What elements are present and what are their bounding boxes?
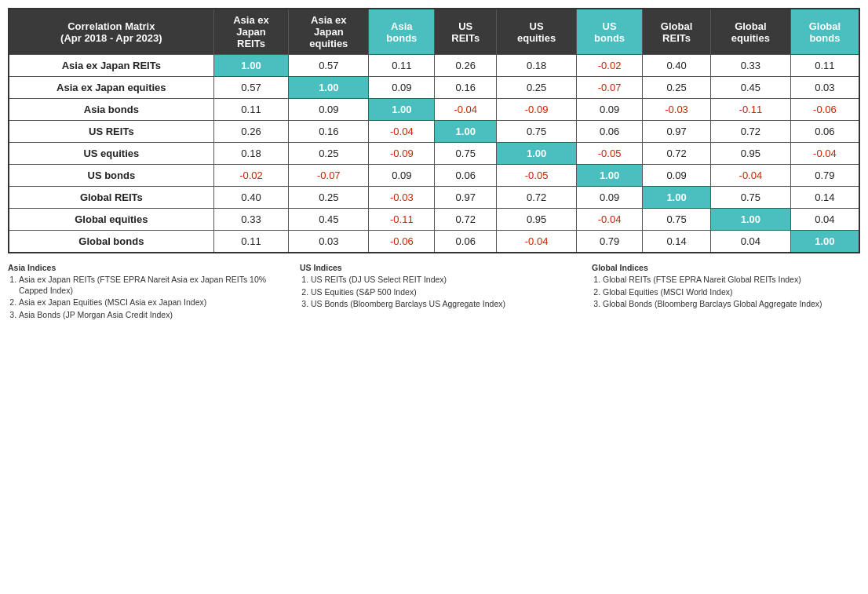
cell-r0-c6: 0.40 <box>643 55 711 77</box>
cell-r8-c7: 0.04 <box>710 231 790 253</box>
col-header-global-equities: Globalequities <box>710 9 790 55</box>
asia-footnote-3: Asia Bonds (JP Morgan Asia Credit Index) <box>19 310 276 321</box>
us-footnotes-list: US REITs (DJ US Select REIT Index) US Eq… <box>300 275 568 310</box>
cell-r4-c3: 0.75 <box>435 143 497 165</box>
cell-r6-c5: 0.09 <box>577 187 643 209</box>
cell-r5-c4: -0.05 <box>497 165 577 187</box>
cell-r8-c5: 0.79 <box>577 231 643 253</box>
cell-r0-c3: 0.26 <box>435 55 497 77</box>
col-header-us-bonds: USbonds <box>577 9 643 55</box>
col-header-us-reits: USREITs <box>435 9 497 55</box>
row-label-0: Asia ex Japan REITs <box>9 55 213 77</box>
global-footnotes-title: Global Indices <box>592 263 860 272</box>
cell-r7-c1: 0.45 <box>289 209 369 231</box>
page-container: Correlation Matrix (Apr 2018 - Apr 2023)… <box>8 8 860 323</box>
cell-r4-c5: -0.05 <box>577 143 643 165</box>
cell-r2-c6: -0.03 <box>643 99 711 121</box>
cell-r8-c6: 0.14 <box>643 231 711 253</box>
cell-r1-c6: 0.25 <box>643 77 711 99</box>
cell-r8-c3: 0.06 <box>435 231 497 253</box>
cell-r4-c0: 0.18 <box>213 143 289 165</box>
cell-r7-c7: 1.00 <box>710 209 790 231</box>
us-footnote-1: US REITs (DJ US Select REIT Index) <box>311 275 568 286</box>
cell-r3-c4: 0.75 <box>497 121 577 143</box>
row-label-1: Asia ex Japan equities <box>9 77 213 99</box>
cell-r1-c5: -0.07 <box>577 77 643 99</box>
col-header-asia-bonds: Asiabonds <box>369 9 435 55</box>
cell-r1-c2: 0.09 <box>369 77 435 99</box>
cell-r3-c5: 0.06 <box>577 121 643 143</box>
cell-r0-c4: 0.18 <box>497 55 577 77</box>
table-row: Asia ex Japan REITs1.000.570.110.260.18-… <box>9 55 859 77</box>
cell-r8-c2: -0.06 <box>369 231 435 253</box>
cell-r2-c4: -0.09 <box>497 99 577 121</box>
cell-r5-c0: -0.02 <box>213 165 289 187</box>
cell-r4-c8: -0.04 <box>790 143 859 165</box>
cell-r2-c3: -0.04 <box>435 99 497 121</box>
cell-r4-c6: 0.72 <box>643 143 711 165</box>
cell-r4-c7: 0.95 <box>710 143 790 165</box>
row-label-8: Global bonds <box>9 231 213 253</box>
table-row: Asia bonds0.110.091.00-0.04-0.090.09-0.0… <box>9 99 859 121</box>
cell-r6-c2: -0.03 <box>369 187 435 209</box>
global-footnote-2: Global Equities (MSCI World Index) <box>603 287 860 298</box>
cell-r5-c1: -0.07 <box>289 165 369 187</box>
us-footnote-2: US Equities (S&P 500 Index) <box>311 287 568 298</box>
cell-r6-c3: 0.97 <box>435 187 497 209</box>
cell-r8-c1: 0.03 <box>289 231 369 253</box>
cell-r3-c7: 0.72 <box>710 121 790 143</box>
cell-r0-c2: 0.11 <box>369 55 435 77</box>
table-row: Global REITs0.400.25-0.030.970.720.091.0… <box>9 187 859 209</box>
matrix-body: Asia ex Japan REITs1.000.570.110.260.18-… <box>9 55 859 253</box>
cell-r6-c0: 0.40 <box>213 187 289 209</box>
us-footnote-3: US Bonds (Bloomberg Barclays US Aggregat… <box>311 299 568 310</box>
cell-r3-c2: -0.04 <box>369 121 435 143</box>
cell-r6-c8: 0.14 <box>790 187 859 209</box>
cell-r1-c1: 1.00 <box>289 77 369 99</box>
global-footnote-1: Global REITs (FTSE EPRA Nareit Global RE… <box>603 275 860 286</box>
cell-r2-c0: 0.11 <box>213 99 289 121</box>
cell-r1-c4: 0.25 <box>497 77 577 99</box>
cell-r3-c3: 1.00 <box>435 121 497 143</box>
cell-r2-c2: 1.00 <box>369 99 435 121</box>
corner-header: Correlation Matrix (Apr 2018 - Apr 2023) <box>9 9 213 55</box>
table-row: US equities0.180.25-0.090.751.00-0.050.7… <box>9 143 859 165</box>
row-label-7: Global equities <box>9 209 213 231</box>
cell-r3-c1: 0.16 <box>289 121 369 143</box>
cell-r5-c7: -0.04 <box>710 165 790 187</box>
cell-r8-c4: -0.04 <box>497 231 577 253</box>
col-header-asia-ex-japan-reits: Asia exJapanREITs <box>213 9 289 55</box>
cell-r1-c0: 0.57 <box>213 77 289 99</box>
us-footnotes-title: US Indices <box>300 263 568 272</box>
cell-r5-c5: 1.00 <box>577 165 643 187</box>
cell-r4-c2: -0.09 <box>369 143 435 165</box>
cell-r7-c3: 0.72 <box>435 209 497 231</box>
cell-r7-c5: -0.04 <box>577 209 643 231</box>
cell-r0-c8: 0.11 <box>790 55 859 77</box>
footnotes-section: Asia Indices Asia ex Japan REITs (FTSE E… <box>8 263 860 323</box>
correlation-matrix-table: Correlation Matrix (Apr 2018 - Apr 2023)… <box>8 8 860 253</box>
table-title-line1: Correlation Matrix <box>67 20 155 32</box>
row-label-2: Asia bonds <box>9 99 213 121</box>
cell-r0-c1: 0.57 <box>289 55 369 77</box>
cell-r5-c6: 0.09 <box>643 165 711 187</box>
cell-r7-c4: 0.95 <box>497 209 577 231</box>
asia-footnote-2: Asia ex Japan Equities (MSCI Asia ex Jap… <box>19 297 276 308</box>
cell-r7-c0: 0.33 <box>213 209 289 231</box>
cell-r4-c4: 1.00 <box>497 143 577 165</box>
cell-r1-c7: 0.45 <box>710 77 790 99</box>
cell-r7-c8: 0.04 <box>790 209 859 231</box>
cell-r1-c3: 0.16 <box>435 77 497 99</box>
table-row: US REITs0.260.16-0.041.000.750.060.970.7… <box>9 121 859 143</box>
cell-r3-c6: 0.97 <box>643 121 711 143</box>
table-row: Global bonds0.110.03-0.060.06-0.040.790.… <box>9 231 859 253</box>
global-footnotes-list: Global REITs (FTSE EPRA Nareit Global RE… <box>592 275 860 310</box>
cell-r5-c2: 0.09 <box>369 165 435 187</box>
cell-r3-c8: 0.06 <box>790 121 859 143</box>
cell-r8-c0: 0.11 <box>213 231 289 253</box>
cell-r2-c7: -0.11 <box>710 99 790 121</box>
cell-r6-c7: 0.75 <box>710 187 790 209</box>
col-header-global-bonds: Globalbonds <box>790 9 859 55</box>
cell-r5-c8: 0.79 <box>790 165 859 187</box>
table-row: Global equities0.330.45-0.110.720.95-0.0… <box>9 209 859 231</box>
